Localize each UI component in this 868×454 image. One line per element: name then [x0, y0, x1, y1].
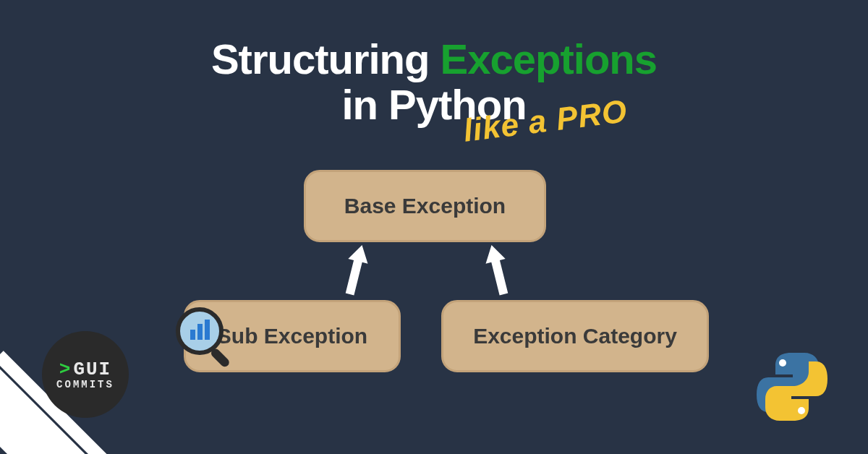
title-block: Structuring Exceptions in Python — [0, 35, 868, 129]
logo-name: GUI — [73, 359, 111, 380]
arrow-icon — [477, 238, 519, 301]
exception-diagram: Base Exception Sub Exception Exception C… — [0, 170, 868, 408]
title-line2: in Python — [0, 80, 868, 129]
logo-subtext: COMMITS — [56, 379, 114, 390]
svg-point-5 — [779, 359, 786, 367]
svg-rect-3 — [197, 324, 203, 340]
svg-rect-4 — [205, 320, 210, 340]
title-word-exceptions: Exceptions — [441, 35, 657, 82]
python-logo-icon — [752, 347, 832, 427]
logo-top-line: >GUI — [59, 359, 111, 380]
svg-rect-2 — [190, 330, 195, 340]
prompt-icon: > — [59, 359, 72, 380]
title-word-structuring: Structuring — [211, 35, 441, 82]
svg-rect-1 — [210, 347, 231, 369]
box-base-exception: Base Exception — [304, 170, 546, 242]
arrow-icon — [335, 238, 377, 301]
gui-commits-logo: >GUI COMMITS — [42, 331, 129, 418]
title-line1: Structuring Exceptions — [0, 35, 868, 83]
magnifier-icon — [171, 302, 243, 374]
svg-point-6 — [798, 407, 805, 414]
box-exception-category: Exception Category — [441, 300, 709, 372]
